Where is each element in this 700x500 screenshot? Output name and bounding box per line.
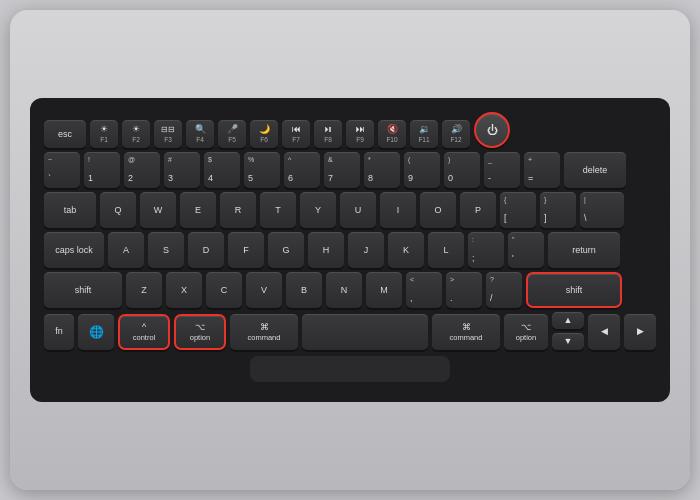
f8-key[interactable]: ⏯F8 (314, 120, 342, 148)
v-key[interactable]: V (246, 272, 282, 308)
4-key[interactable]: $4 (204, 152, 240, 188)
period-key[interactable]: >. (446, 272, 482, 308)
minus-key[interactable]: _- (484, 152, 520, 188)
rbracket-key[interactable]: }] (540, 192, 576, 228)
fn-row: esc ☀F1 ☀F2 ⊟⊟F3 🔍F4 🎤F5 🌙F6 ⏮F7 ⏯F8 ⏭F9… (44, 112, 656, 148)
control-key[interactable]: ^ control (118, 314, 170, 350)
f7-key[interactable]: ⏮F7 (282, 120, 310, 148)
5-key[interactable]: %5 (244, 152, 280, 188)
arrow-down-key[interactable]: ▼ (552, 333, 584, 350)
f10-key[interactable]: 🔇F10 (378, 120, 406, 148)
lbracket-key[interactable]: {[ (500, 192, 536, 228)
f9-key[interactable]: ⏭F9 (346, 120, 374, 148)
slash-key[interactable]: ?/ (486, 272, 522, 308)
command-left-key[interactable]: ⌘ command (230, 314, 298, 350)
d-key[interactable]: D (188, 232, 224, 268)
e-key[interactable]: E (180, 192, 216, 228)
shift-right-key[interactable]: shift (526, 272, 622, 308)
globe-key[interactable]: 🌐 (78, 314, 114, 350)
f12-key[interactable]: 🔊F12 (442, 120, 470, 148)
delete-key[interactable]: delete (564, 152, 626, 188)
c-key[interactable]: C (206, 272, 242, 308)
arrow-left-key[interactable]: ◀ (588, 314, 620, 350)
t-key[interactable]: T (260, 192, 296, 228)
x-key[interactable]: X (166, 272, 202, 308)
n-key[interactable]: N (326, 272, 362, 308)
tab-row: tab Q W E R T Y U I O P {[ }] |\ (44, 192, 656, 228)
shift-row: shift Z X C V B N M <, >. ?/ shift (44, 272, 656, 308)
semicolon-key[interactable]: :; (468, 232, 504, 268)
keyboard-area: esc ☀F1 ☀F2 ⊟⊟F3 🔍F4 🎤F5 🌙F6 ⏮F7 ⏯F8 ⏭F9… (30, 98, 670, 402)
p-key[interactable]: P (460, 192, 496, 228)
tilde-key[interactable]: ~` (44, 152, 80, 188)
1-key[interactable]: !1 (84, 152, 120, 188)
w-key[interactable]: W (140, 192, 176, 228)
number-row: ~` !1 @2 #3 $4 %5 ^6 &7 *8 (9 )0 _- += d… (44, 152, 656, 188)
m-key[interactable]: M (366, 272, 402, 308)
h-key[interactable]: H (308, 232, 344, 268)
z-key[interactable]: Z (126, 272, 162, 308)
b-key[interactable]: B (286, 272, 322, 308)
6-key[interactable]: ^6 (284, 152, 320, 188)
f6-key[interactable]: 🌙F6 (250, 120, 278, 148)
o-key[interactable]: O (420, 192, 456, 228)
f-key[interactable]: F (228, 232, 264, 268)
comma-key[interactable]: <, (406, 272, 442, 308)
r-key[interactable]: R (220, 192, 256, 228)
y-key[interactable]: Y (300, 192, 336, 228)
laptop-frame: esc ☀F1 ☀F2 ⊟⊟F3 🔍F4 🎤F5 🌙F6 ⏮F7 ⏯F8 ⏭F9… (10, 10, 690, 490)
a-key[interactable]: A (108, 232, 144, 268)
f3-key[interactable]: ⊟⊟F3 (154, 120, 182, 148)
equals-key[interactable]: += (524, 152, 560, 188)
2-key[interactable]: @2 (124, 152, 160, 188)
arrow-keys: ▲ ▼ (552, 312, 584, 350)
f4-key[interactable]: 🔍F4 (186, 120, 214, 148)
esc-key[interactable]: esc (44, 120, 86, 148)
f2-key[interactable]: ☀F2 (122, 120, 150, 148)
7-key[interactable]: &7 (324, 152, 360, 188)
8-key[interactable]: *8 (364, 152, 400, 188)
3-key[interactable]: #3 (164, 152, 200, 188)
quote-key[interactable]: "' (508, 232, 544, 268)
arrow-up-key[interactable]: ▲ (552, 312, 584, 329)
j-key[interactable]: J (348, 232, 384, 268)
return-key[interactable]: return (548, 232, 620, 268)
spacebar[interactable] (302, 314, 428, 350)
power-key[interactable]: ⏻ (474, 112, 510, 148)
9-key[interactable]: (9 (404, 152, 440, 188)
option-right-key[interactable]: ⌥ option (504, 314, 548, 350)
bottom-row: fn 🌐 ^ control ⌥ option ⌘ command ⌘ comm… (44, 312, 656, 350)
trackpad (250, 356, 450, 382)
q-key[interactable]: Q (100, 192, 136, 228)
u-key[interactable]: U (340, 192, 376, 228)
tab-key[interactable]: tab (44, 192, 96, 228)
caps-lock-key[interactable]: caps lock (44, 232, 104, 268)
f1-key[interactable]: ☀F1 (90, 120, 118, 148)
g-key[interactable]: G (268, 232, 304, 268)
f11-key[interactable]: 🔉F11 (410, 120, 438, 148)
fn-key[interactable]: fn (44, 314, 74, 350)
0-key[interactable]: )0 (444, 152, 480, 188)
caps-row: caps lock A S D F G H J K L :; "' return (44, 232, 656, 268)
command-right-key[interactable]: ⌘ command (432, 314, 500, 350)
option-left-key[interactable]: ⌥ option (174, 314, 226, 350)
k-key[interactable]: K (388, 232, 424, 268)
f5-key[interactable]: 🎤F5 (218, 120, 246, 148)
i-key[interactable]: I (380, 192, 416, 228)
l-key[interactable]: L (428, 232, 464, 268)
backslash-key[interactable]: |\ (580, 192, 624, 228)
shift-left-key[interactable]: shift (44, 272, 122, 308)
s-key[interactable]: S (148, 232, 184, 268)
arrow-right-key[interactable]: ▶ (624, 314, 656, 350)
